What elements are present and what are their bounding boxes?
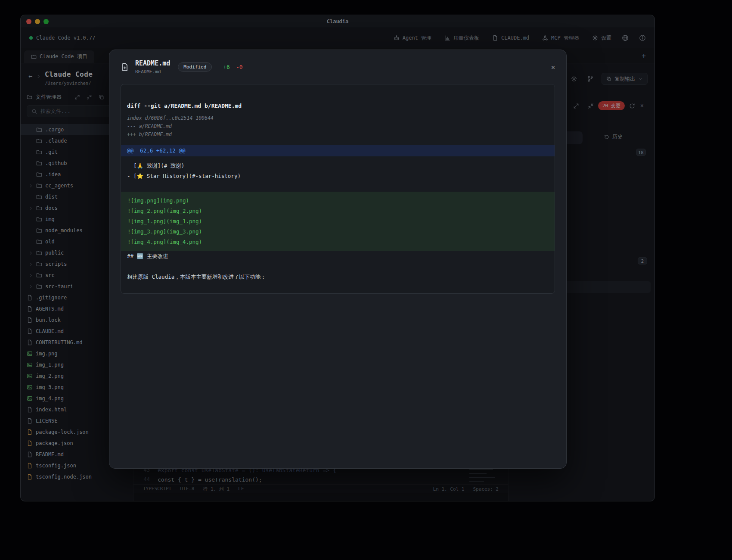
modal-subtitle: README.md bbox=[135, 69, 170, 75]
modal-title: README.md bbox=[135, 59, 170, 67]
modal-header: README.md README.md Modified +6 -0 ✕ bbox=[109, 50, 566, 81]
diff-context-line: - [🙏 致谢](#-致谢) bbox=[121, 161, 555, 171]
additions-count: +6 bbox=[223, 64, 230, 70]
deletions-count: -0 bbox=[236, 64, 243, 70]
app-window: Claudia Claude Code v1.0.77 Agent 管理用量仪表… bbox=[21, 15, 654, 501]
close-modal-button[interactable]: ✕ bbox=[551, 63, 555, 71]
diff-added-line: ![img_1.png](img_1.png) bbox=[121, 216, 555, 227]
diff-context-line bbox=[121, 261, 555, 272]
diff-added-line: ![img_4.png](img_4.png) bbox=[121, 237, 555, 247]
file-plus-icon bbox=[121, 63, 129, 72]
diff-added-block: ![img.png](img.png)![img_2.png](img_2.pn… bbox=[121, 192, 555, 251]
diff-context-line: ## 🆕 主要改进 bbox=[121, 251, 555, 261]
diff-meta-line: --- a/README.md bbox=[121, 122, 555, 131]
diff-context-line: - [⭐ Star History](#-star-history) bbox=[121, 171, 555, 181]
diff-added-line: ![img_2.png](img_2.png) bbox=[121, 206, 555, 216]
diff-meta-line: +++ b/README.md bbox=[121, 131, 555, 139]
modified-badge: Modified bbox=[178, 62, 212, 72]
file-diff-modal: README.md README.md Modified +6 -0 ✕ dif… bbox=[109, 50, 567, 469]
diff-viewer: diff --git a/README.md b/README.mdindex … bbox=[121, 84, 555, 294]
screen: Claudia Claude Code v1.0.77 Agent 管理用量仪表… bbox=[0, 0, 732, 560]
diff-added-line: ![img_3.png](img_3.png) bbox=[121, 227, 555, 237]
diff-hunk-header: @@ -62,6 +62,12 @@ bbox=[121, 145, 555, 156]
diff-meta-line: index d76086f..c0c2514 100644 bbox=[121, 114, 555, 122]
diff-context-line: 相比原版 Claudia，本版本主要新增和改进了以下功能： bbox=[121, 272, 555, 282]
diff-added-line: ![img.png](img.png) bbox=[121, 196, 555, 206]
diff-context-line bbox=[121, 181, 555, 192]
diff-file-header: diff --git a/README.md b/README.md bbox=[121, 103, 555, 109]
